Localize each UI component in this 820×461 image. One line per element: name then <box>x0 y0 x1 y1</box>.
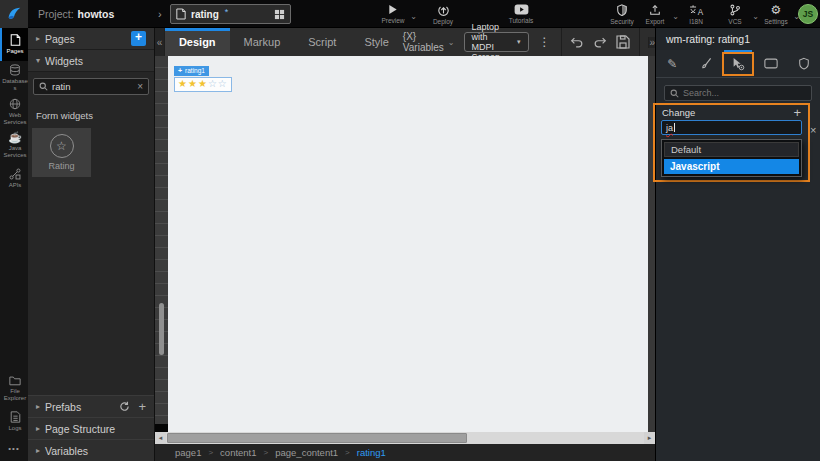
editor-toolbar: « Design Markup Script Style {X} Variabl… <box>155 28 655 56</box>
wavemaker-logo[interactable] <box>0 0 28 28</box>
redo-button[interactable] <box>593 36 607 49</box>
move-icon: + <box>178 67 182 74</box>
tab-properties[interactable]: ✎ <box>656 50 689 77</box>
tab-design[interactable]: Design <box>165 28 230 56</box>
canvas-options-kebab-icon[interactable]: ⋮ <box>538 35 552 49</box>
stars-empty: ☆☆ <box>208 78 228 89</box>
widget-search-wrap: ratin × <box>28 72 154 101</box>
settings-gear-icon: ⚙ <box>771 4 782 16</box>
tab-device[interactable] <box>754 50 787 77</box>
undo-icon <box>570 36 584 49</box>
rating-stars[interactable]: ★★★☆☆ <box>174 77 232 92</box>
breadcrumb-item-content1[interactable]: content1 <box>220 447 256 458</box>
clear-search-icon[interactable]: × <box>137 81 143 92</box>
add-page-button[interactable]: + <box>131 31 146 46</box>
page-structure-section-label: Page Structure <box>45 423 115 435</box>
tab-markup[interactable]: Markup <box>230 28 295 56</box>
properties-search[interactable] <box>664 85 812 101</box>
rail-more-button[interactable]: ••• <box>0 438 28 461</box>
variables-section-header[interactable]: ▸ Variables <box>28 439 154 461</box>
rail-item-file-explorer[interactable]: File Explorer <box>0 372 28 405</box>
tab-security[interactable] <box>787 50 820 77</box>
breadcrumb-chevron-icon: › <box>158 0 162 28</box>
rail-item-pages[interactable]: Pages <box>0 28 28 61</box>
breadcrumb-item-page1[interactable]: page1 <box>175 447 201 458</box>
user-avatar[interactable]: JS <box>798 4 818 24</box>
variables-section-label: Variables <box>45 445 88 457</box>
i18n-button[interactable]: A I18N <box>681 4 711 25</box>
security-button[interactable]: Security <box>607 4 637 25</box>
prefabs-section-header[interactable]: ▸ Prefabs + <box>28 395 154 417</box>
preview-chevron-icon[interactable]: ⌄ <box>410 12 417 21</box>
scroll-right-arrow-icon[interactable]: ▸ <box>644 432 655 444</box>
rating1-widget[interactable]: + rating1 ★★★☆☆ <box>174 59 232 92</box>
widget-selection-label[interactable]: + rating1 <box>174 66 209 76</box>
preview-button[interactable]: Preview ⌄ <box>378 4 408 24</box>
project-name[interactable]: howtos <box>78 8 115 20</box>
design-canvas[interactable]: + rating1 ★★★☆☆ <box>168 56 648 432</box>
rail-label: Pages <box>1 48 29 55</box>
rail-item-apis[interactable]: APIs <box>0 162 28 195</box>
rail-item-logs[interactable]: Logs <box>0 405 28 438</box>
vcs-chevron-icon[interactable]: ⌄ <box>752 12 759 21</box>
globe-icon <box>9 98 21 110</box>
coffee-icon: ☕ <box>8 132 22 143</box>
canvas-row: + rating1 ★★★☆☆ <box>155 56 655 432</box>
rail-item-databases[interactable]: Databases <box>0 61 28 95</box>
widget-search-input[interactable]: ratin × <box>33 78 149 95</box>
shield-icon <box>798 57 810 70</box>
export-chevron-icon[interactable]: ⌄ <box>672 12 679 21</box>
horizontal-scrollbar[interactable]: ◂ ▸ <box>155 432 655 444</box>
vertical-scrollbar-thumb[interactable] <box>159 303 164 355</box>
rail-item-web-services[interactable]: Web Services <box>0 95 28 129</box>
tab-script[interactable]: Script <box>294 28 350 56</box>
settings-button[interactable]: ⚙ Settings ⌄ <box>761 4 791 25</box>
pages-section-header[interactable]: ▸ Pages + <box>28 28 154 50</box>
rail-item-java-services[interactable]: ☕ Java Services <box>0 129 28 162</box>
scroll-left-arrow-icon[interactable]: ◂ <box>155 432 166 444</box>
add-prefab-icon[interactable]: + <box>138 401 146 412</box>
add-event-icon[interactable]: + <box>793 108 801 118</box>
rating-widget-tile[interactable]: ☆ Rating <box>32 128 91 177</box>
caret-down-icon: ▾ <box>36 56 40 65</box>
element-breadcrumb-bar: page1 > content1 > page_content1 > ratin… <box>155 444 655 461</box>
remove-event-icon[interactable]: × <box>810 124 816 136</box>
security-shield-icon <box>616 4 628 16</box>
option-default[interactable]: Default <box>664 142 799 157</box>
properties-panel: wm-rating: rating1 ✎ <box>655 28 820 461</box>
deploy-button[interactable]: Deploy <box>428 4 458 25</box>
horizontal-scrollbar-thumb[interactable] <box>167 433 467 443</box>
page-structure-section-header[interactable]: ▸ Page Structure <box>28 417 154 439</box>
collapse-left-panel-button[interactable]: « <box>155 28 165 56</box>
breadcrumb-item-page-content1[interactable]: page_content1 <box>275 447 338 458</box>
horizontal-scrollbar-track[interactable] <box>166 432 644 444</box>
tab-events[interactable] <box>722 50 755 77</box>
ruler-corner <box>155 424 168 432</box>
top-bar: Project: howtos › rating * Preview <box>0 0 820 28</box>
widgets-section-header[interactable]: ▾ Widgets <box>28 50 154 72</box>
export-button[interactable]: Export ⌄ <box>640 4 670 25</box>
breadcrumb-item-rating1[interactable]: rating1 <box>357 447 386 458</box>
undo-button[interactable] <box>570 36 584 49</box>
refresh-icon[interactable] <box>119 401 130 412</box>
properties-search-input[interactable] <box>683 88 806 98</box>
change-event-annotation-box: Change + ja Default Javascript <box>653 103 810 182</box>
topbar-tools: Security Export ⌄ A I18N <box>607 0 818 28</box>
tab-styles[interactable] <box>689 50 722 77</box>
widget-name: rating1 <box>185 67 205 74</box>
device-selector[interactable]: Laptop with MDPI Screen ▾ <box>464 32 529 52</box>
tutorials-button[interactable]: Tutorials <box>506 4 536 24</box>
page-name-input[interactable]: rating * <box>170 4 291 24</box>
vcs-button[interactable]: VCS ⌄ <box>720 4 750 25</box>
toolbar-right-group: {X} Variables ⌄ Laptop with MDPI Screen … <box>403 28 655 56</box>
settings-chevron-icon[interactable]: ⌄ <box>793 12 800 21</box>
change-event-label: Change <box>662 107 695 118</box>
option-javascript[interactable]: Javascript <box>664 159 799 174</box>
change-event-input[interactable]: ja <box>661 120 802 135</box>
database-icon <box>9 64 21 76</box>
tab-style[interactable]: Style <box>350 28 402 56</box>
variables-dropdown-button[interactable]: {X} Variables ⌄ <box>403 31 455 53</box>
save-button[interactable] <box>616 35 630 49</box>
page-grid-icon[interactable] <box>274 9 285 20</box>
breadcrumb-separator: > <box>264 448 269 457</box>
